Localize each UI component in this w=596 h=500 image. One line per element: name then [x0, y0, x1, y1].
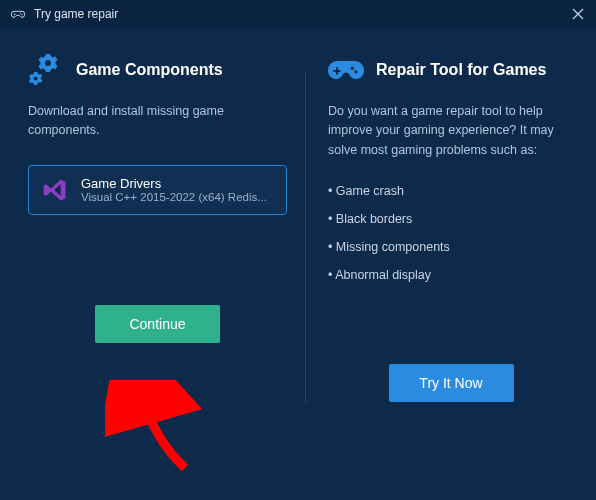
- titlebar: Try game repair: [0, 0, 596, 28]
- svg-rect-3: [333, 70, 340, 72]
- game-components-header: Game Components: [28, 52, 287, 88]
- problem-list: Game crash Black borders Missing compone…: [328, 184, 574, 296]
- svg-point-5: [354, 70, 357, 73]
- repair-tool-desc: Do you want a game repair tool to help i…: [328, 102, 574, 160]
- driver-name: Game Drivers: [81, 176, 274, 191]
- controller-icon: [10, 6, 26, 22]
- svg-point-4: [351, 67, 354, 70]
- svg-point-0: [45, 60, 51, 66]
- continue-button[interactable]: Continue: [95, 305, 220, 343]
- controller-large-icon: [328, 52, 364, 88]
- list-item: Missing components: [328, 240, 574, 254]
- list-item: Game crash: [328, 184, 574, 198]
- driver-sub: Visual C++ 2015-2022 (x64) Redis...: [81, 191, 274, 203]
- left-panel: Game Components Download and install mis…: [0, 52, 305, 500]
- list-item: Black borders: [328, 212, 574, 226]
- driver-text: Game Drivers Visual C++ 2015-2022 (x64) …: [81, 176, 274, 203]
- game-components-desc: Download and install missing game compon…: [28, 102, 287, 141]
- content-area: Game Components Download and install mis…: [0, 28, 596, 500]
- right-panel: Repair Tool for Games Do you want a game…: [306, 52, 594, 500]
- repair-tool-header: Repair Tool for Games: [328, 52, 574, 88]
- repair-tool-title: Repair Tool for Games: [376, 61, 546, 79]
- svg-point-1: [34, 77, 38, 81]
- visual-studio-icon: [41, 176, 69, 204]
- list-item: Abnormal display: [328, 268, 574, 282]
- game-components-title: Game Components: [76, 61, 223, 79]
- gears-icon: [28, 52, 64, 88]
- driver-card[interactable]: Game Drivers Visual C++ 2015-2022 (x64) …: [28, 165, 287, 215]
- close-icon[interactable]: [570, 6, 586, 22]
- try-it-now-button[interactable]: Try It Now: [389, 364, 514, 402]
- window-title: Try game repair: [34, 7, 118, 21]
